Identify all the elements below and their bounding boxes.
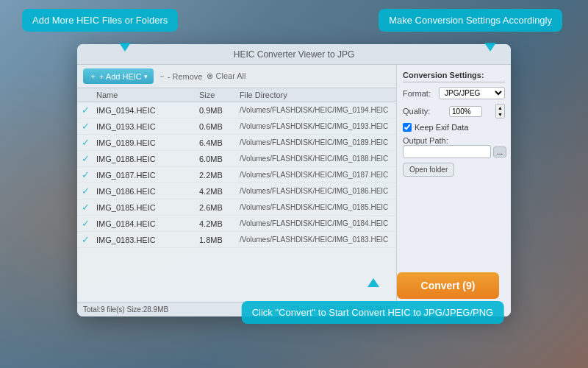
row-filename: IMG_0193.HEIC [96,122,199,131]
row-dir: /Volumes/FLASHDISK/HEIC/IMG_0188.HEIC [240,155,392,163]
row-filename: IMG_0188.HEIC [96,155,199,163]
row-filename: IMG_0186.HEIC [96,187,199,196]
row-size: 6.4MB [199,138,240,147]
row-size: 4.2MB [199,187,240,196]
output-path-label: Output Path: [403,136,505,145]
add-files-arrow [119,43,131,52]
row-filename: IMG_0194.HEIC [96,106,199,115]
row-dir: /Volumes/FLASHDISK/HEIC/IMG_0185.HEIC [240,203,392,211]
row-dir: /Volumes/FLASHDISK/HEIC/IMG_0184.HEIC [240,219,392,227]
file-table: ✓ IMG_0194.HEIC 0.9MB /Volumes/FLASHDISK… [77,102,396,302]
browse-button[interactable]: ... [493,146,506,158]
quality-stepper[interactable]: ▲ ▼ [495,104,505,118]
remove-label: - Remove [168,72,203,81]
row-checkbox[interactable]: ✓ [82,137,96,148]
main-window: HEIC Converter Viewer to JPG ＋ + Add HEI… [77,44,511,316]
row-checkbox[interactable]: ✓ [82,234,96,245]
row-dir: /Volumes/FLASHDISK/HEIC/IMG_0193.HEIC [240,122,392,130]
output-path-row: ... [403,145,505,158]
row-size: 1.8MB [199,236,240,244]
col-size: Size [199,91,240,99]
minus-icon: － [158,71,166,82]
row-checkbox[interactable]: ✓ [82,121,96,132]
table-row: ✓ IMG_0189.HEIC 6.4MB /Volumes/FLASHDISK… [77,135,396,151]
row-dir: /Volumes/FLASHDISK/HEIC/IMG_0186.HEIC [240,187,392,195]
row-size: 4.2MB [199,219,240,228]
titlebar: HEIC Converter Viewer to JPG [77,44,511,65]
convert-button[interactable]: Convert (9) [397,272,499,299]
table-row: ✓ IMG_0185.HEIC 2.6MB /Volumes/FLASHDISK… [77,199,396,216]
row-filename: IMG_0184.HEIC [96,219,199,228]
add-heic-button[interactable]: ＋ + Add HEIC ▾ [83,68,154,84]
clear-label: ⊗ Clear All [207,71,245,81]
table-row: ✓ IMG_0188.HEIC 6.0MB /Volumes/FLASHDISK… [77,151,396,167]
convert-hint-arrow [368,278,379,287]
col-dir: File Directory [240,91,392,99]
open-folder-button[interactable]: Open folder [403,163,454,177]
row-filename: IMG_0185.HEIC [96,203,199,212]
row-checkbox[interactable]: ✓ [82,105,96,116]
row-dir: /Volumes/FLASHDISK/HEIC/IMG_0187.HEIC [240,171,392,179]
add-heic-label: + Add HEIC [99,72,142,81]
conversion-settings-arrow [484,43,496,52]
table-row: ✓ IMG_0194.HEIC 0.9MB /Volumes/FLASHDISK… [77,102,396,118]
col-check [82,91,96,99]
row-filename: IMG_0183.HEIC [96,236,199,244]
settings-title: Conversion Settings: [403,71,505,82]
format-row: Format: JPG/JPEG PNG [403,87,505,99]
row-checkbox[interactable]: ✓ [82,202,96,213]
row-size: 2.2MB [199,171,240,180]
chevron-down-icon: ▾ [144,73,148,80]
col-name: Name [96,91,199,99]
row-size: 2.6MB [199,203,240,212]
file-panel: ＋ + Add HEIC ▾ － - Remove ⊗ Clear All Na… [77,65,397,316]
exif-row: Keep Exif Data [403,123,505,132]
quality-up-button[interactable]: ▲ [496,105,504,111]
row-size: 0.6MB [199,122,240,131]
row-checkbox[interactable]: ✓ [82,153,96,164]
row-size: 6.0MB [199,155,240,163]
add-files-tooltip: Add More HEIC Files or Folders [22,9,178,32]
add-icon: ＋ [89,71,97,82]
conversion-settings-tooltip-text: Make Conversion Settings Accordingly [389,15,552,26]
format-select[interactable]: JPG/JPEG PNG [439,87,505,99]
conversion-settings-tooltip: Make Conversion Settings Accordingly [379,9,562,32]
keep-exif-checkbox[interactable] [403,123,412,132]
table-header: Name Size File Directory [77,88,396,102]
row-checkbox[interactable]: ✓ [82,169,96,180]
row-dir: /Volumes/FLASHDISK/HEIC/IMG_0194.HEIC [240,106,392,114]
table-row: ✓ IMG_0184.HEIC 4.2MB /Volumes/FLASHDISK… [77,216,396,232]
clear-all-button[interactable]: ⊗ Clear All [207,71,245,81]
keep-exif-label: Keep Exif Data [415,123,468,132]
table-row: ✓ IMG_0187.HEIC 2.2MB /Volumes/FLASHDISK… [77,167,396,183]
quality-row: Quality: ▲ ▼ [403,104,505,118]
toolbar: ＋ + Add HEIC ▾ － - Remove ⊗ Clear All [77,65,396,88]
output-path-section: Output Path: ... [403,136,505,158]
add-files-tooltip-text: Add More HEIC Files or Folders [32,15,168,26]
table-row: ✓ IMG_0193.HEIC 0.6MB /Volumes/FLASHDISK… [77,118,396,135]
table-row: ✓ IMG_0186.HEIC 4.2MB /Volumes/FLASHDISK… [77,183,396,199]
quality-input[interactable] [449,106,482,117]
row-dir: /Volumes/FLASHDISK/HEIC/IMG_0183.HEIC [240,236,392,244]
remove-button[interactable]: － - Remove [158,71,203,82]
row-checkbox[interactable]: ✓ [82,218,96,229]
total-status: Total:9 file(s) Size:28.9MB [83,305,168,314]
row-filename: IMG_0187.HEIC [96,171,199,180]
row-size: 0.9MB [199,106,240,115]
quality-down-button[interactable]: ▼ [496,111,504,118]
row-filename: IMG_0189.HEIC [96,138,199,147]
convert-hint-tooltip-text: Click "Convert" to Start Convert HEIC to… [252,307,494,318]
convert-hint-tooltip: Click "Convert" to Start Convert HEIC to… [242,301,504,324]
row-checkbox[interactable]: ✓ [82,185,96,197]
table-row: ✓ IMG_0183.HEIC 1.8MB /Volumes/FLASHDISK… [77,232,396,248]
row-dir: /Volumes/FLASHDISK/HEIC/IMG_0189.HEIC [240,138,392,146]
format-label: Format: [403,89,436,98]
quality-label: Quality: [403,107,436,116]
output-path-input[interactable] [403,145,491,158]
window-title: HEIC Converter Viewer to JPG [234,49,355,60]
